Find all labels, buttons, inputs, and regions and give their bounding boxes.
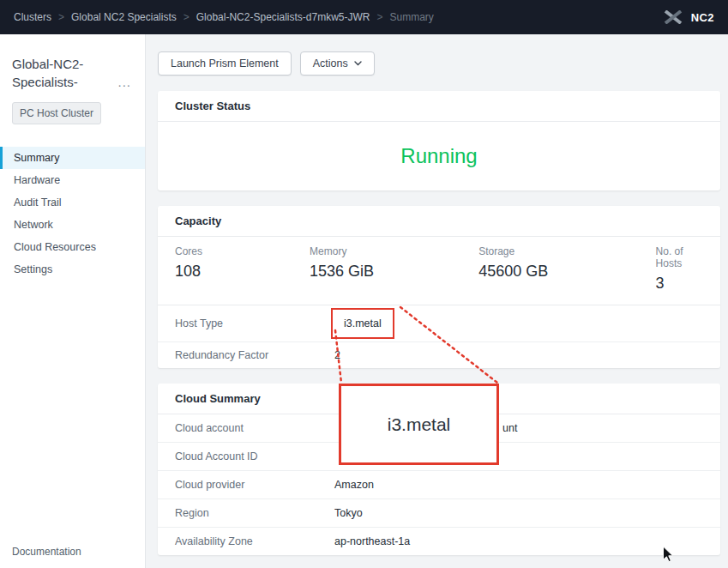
cloud-account-id-label: Cloud Account ID (175, 450, 334, 462)
cores-label: Cores (175, 245, 310, 257)
cluster-name: Global-NC2-Specialists- (12, 55, 108, 91)
sidebar-item-summary[interactable]: Summary (0, 147, 145, 169)
more-options-button[interactable]: ... (116, 73, 133, 91)
region-row: Region Tokyo (158, 499, 720, 528)
mouse-cursor (662, 546, 675, 564)
cloud-account-value: unt (502, 422, 517, 434)
sidebar: Global-NC2-Specialists- ... PC Host Clus… (0, 34, 146, 568)
storage-label: Storage (478, 245, 655, 257)
breadcrumb-separator: > (184, 11, 190, 23)
capacity-card: Capacity Cores 108 Memory 1536 GiB Stora… (158, 206, 720, 368)
breadcrumb-separator: > (58, 11, 64, 23)
cores-value: 108 (175, 263, 310, 281)
region-value: Tokyo (334, 507, 363, 519)
memory-label: Memory (310, 245, 478, 257)
brand-name: NC2 (691, 11, 714, 24)
cluster-type-badge: PC Host Cluster (12, 102, 101, 124)
hosts-value: 3 (656, 275, 703, 293)
breadcrumb-organization[interactable]: Global NC2 Specialists (71, 11, 177, 23)
availability-zone-label: Availability Zone (175, 535, 334, 547)
capacity-stats: Cores 108 Memory 1536 GiB Storage 45600 … (158, 237, 720, 305)
memory-value: 1536 GiB (310, 263, 478, 281)
cluster-status-card: Cluster Status Running (158, 91, 720, 190)
sidebar-nav: Summary Hardware Audit Trail Network Clo… (0, 147, 145, 281)
availability-zone-value: ap-northeast-1a (334, 535, 410, 547)
cloud-provider-value: Amazon (334, 479, 374, 491)
redundancy-factor-value: 2 (334, 349, 340, 361)
availability-zone-row: Availability Zone ap-northeast-1a (158, 528, 720, 555)
host-type-label: Host Type (175, 317, 334, 329)
breadcrumb-clusters[interactable]: Clusters (14, 11, 51, 23)
main-content: Launch Prism Element Actions Cluster Sta… (146, 34, 728, 568)
storage-value: 45600 GB (478, 263, 655, 281)
redundancy-factor-row: Redundancy Factor 2 (158, 342, 720, 368)
actions-label: Actions (313, 57, 348, 69)
host-type-zoom-text: i3.metal (388, 414, 451, 435)
sidebar-item-cloud-resources[interactable]: Cloud Resources (0, 236, 145, 258)
capacity-title: Capacity (158, 206, 720, 237)
launch-prism-element-button[interactable]: Launch Prism Element (158, 51, 292, 76)
cloud-provider-row: Cloud provider Amazon (158, 471, 720, 499)
actions-button[interactable]: Actions (300, 51, 375, 76)
nutanix-x-logo-icon (663, 10, 683, 24)
hosts-label: No. of Hosts (656, 245, 703, 269)
host-type-row: Host Type i3.metal (158, 305, 720, 342)
toolbar: Launch Prism Element Actions (158, 51, 720, 76)
breadcrumb-summary: Summary (390, 11, 434, 23)
cloud-account-label: Cloud account (175, 422, 334, 434)
sidebar-item-settings[interactable]: Settings (0, 258, 145, 281)
host-type-highlight-box: i3.metal (331, 308, 394, 339)
host-type-zoom-callout: i3.metal (339, 384, 499, 465)
sidebar-item-audit-trail[interactable]: Audit Trail (0, 191, 145, 214)
region-label: Region (175, 507, 334, 519)
sidebar-item-network[interactable]: Network (0, 214, 145, 236)
chevron-down-icon (354, 61, 362, 66)
sidebar-item-hardware[interactable]: Hardware (0, 169, 145, 191)
brand-area: NC2 (663, 10, 714, 24)
breadcrumb-separator: > (376, 11, 382, 23)
documentation-link[interactable]: Documentation (12, 546, 81, 558)
redundancy-factor-label: Redundancy Factor (175, 349, 334, 361)
breadcrumb-cluster[interactable]: Global-NC2-Specialists-d7mkw5-JWR (196, 11, 370, 23)
cluster-status-value: Running (400, 144, 477, 168)
top-bar: Clusters > Global NC2 Specialists > Glob… (0, 0, 728, 34)
cluster-status-title: Cluster Status (158, 91, 720, 122)
cloud-provider-label: Cloud provider (175, 479, 334, 491)
